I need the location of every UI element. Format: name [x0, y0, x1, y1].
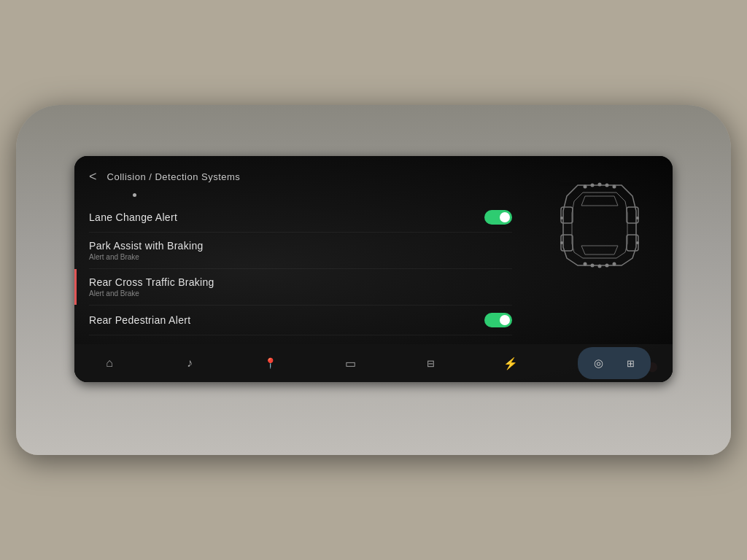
energy-icon: ⚡ [503, 357, 518, 370]
svg-point-14 [560, 217, 563, 219]
toggle-check-icon: ✓ [503, 214, 508, 221]
svg-point-8 [613, 185, 616, 189]
toggle-check-icon: ✓ [503, 316, 508, 324]
svg-point-9 [584, 262, 587, 266]
svg-point-10 [591, 264, 595, 268]
maps-icon: 📍 [264, 357, 276, 369]
setting-sub: Alert and Brake [89, 253, 204, 261]
setting-park-assist-braking[interactable]: Park Assist with Braking Alert and Brake [89, 233, 512, 269]
setting-name: Park Assist with Braking [89, 240, 204, 252]
svg-point-11 [598, 265, 602, 268]
dot-indicator [133, 193, 136, 197]
header: < Collision / Detection Systems [89, 169, 512, 184]
home-icon: ⌂ [106, 357, 113, 370]
setting-rear-pedestrian-alert[interactable]: Rear Pedestrian Alert ✓ [89, 306, 512, 335]
svg-point-6 [598, 183, 602, 187]
bottom-nav: ⌂ ♪ 📍 ▭ ⊟ ⚡ ◎ [74, 344, 673, 382]
setting-name: Rear Pedestrian Alert [89, 314, 190, 326]
svg-point-13 [613, 262, 616, 266]
nav-home[interactable]: ⌂ [96, 350, 123, 376]
setting-info: Rear Cross Traffic Braking Alert and Bra… [89, 276, 214, 298]
setting-lane-change-alert[interactable]: Lane Change Alert ✓ [89, 203, 512, 233]
nav-energy[interactable]: ⚡ [498, 350, 524, 376]
setting-rear-cross-traffic-braking[interactable]: Rear Cross Traffic Braking Alert and Bra… [89, 269, 512, 306]
settings-list: Lane Change Alert ✓ Park Assist with Bra… [89, 203, 512, 335]
svg-point-12 [605, 264, 609, 268]
svg-point-7 [605, 184, 609, 187]
toggle-rear-pedestrian-alert[interactable]: ✓ [484, 313, 512, 327]
nav-music[interactable]: ♪ [177, 350, 203, 376]
setting-sub: Alert and Brake [89, 289, 214, 298]
svg-point-4 [584, 185, 587, 189]
car-body: < Collision / Detection Systems Lane Cha… [16, 105, 731, 455]
setting-info: Rear Pedestrian Alert [89, 314, 190, 326]
setting-name: Lane Change Alert [89, 211, 177, 223]
setting-info: Lane Change Alert [89, 211, 177, 223]
screen-bezel: < Collision / Detection Systems Lane Cha… [74, 156, 673, 382]
svg-point-17 [636, 241, 639, 244]
group2-icon: ⊞ [627, 358, 635, 369]
svg-point-5 [591, 184, 595, 187]
car-diagram [552, 171, 647, 280]
screen: < Collision / Detection Systems Lane Cha… [74, 156, 673, 382]
settings-icon: ⊟ [427, 358, 435, 369]
back-button[interactable]: < [89, 169, 97, 184]
svg-point-15 [560, 241, 563, 244]
music-icon: ♪ [187, 357, 193, 370]
nav-group: ◎ ⊞ [578, 347, 651, 379]
nav-group-2[interactable]: ⊞ [617, 350, 643, 376]
setting-info: Park Assist with Braking Alert and Brake [89, 240, 204, 261]
page-title: Collision / Detection Systems [107, 171, 241, 182]
nav-group-1[interactable]: ◎ [585, 350, 611, 376]
setting-name: Rear Cross Traffic Braking [89, 276, 214, 288]
svg-point-16 [636, 217, 639, 219]
phone-icon: ▭ [345, 357, 356, 370]
toggle-lane-change-alert[interactable]: ✓ [484, 210, 512, 225]
nav-phone[interactable]: ▭ [337, 350, 363, 376]
nav-maps[interactable]: 📍 [257, 350, 283, 376]
group1-icon: ◎ [594, 357, 603, 370]
nav-settings[interactable]: ⊟ [417, 350, 444, 376]
